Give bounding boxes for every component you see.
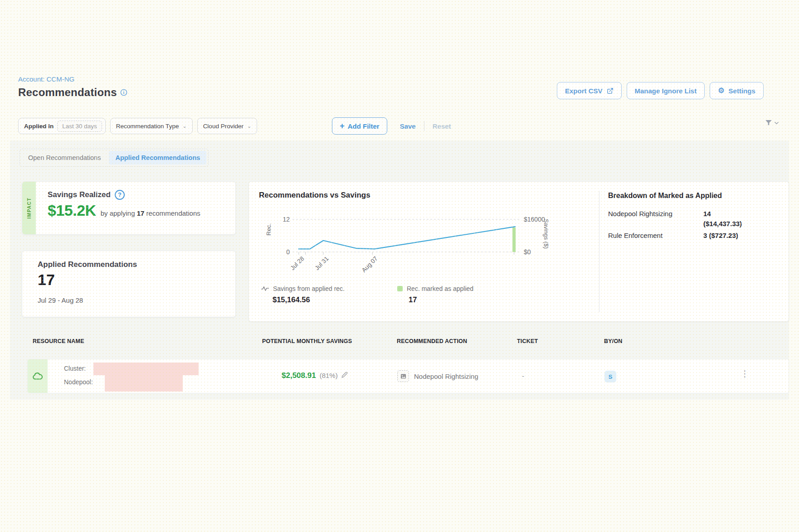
legend-marked-value: 17 <box>409 295 473 304</box>
plus-icon: + <box>340 122 345 130</box>
table-row[interactable]: Cluster: Nodepool: $2,508.91 (81%) Nodep… <box>27 359 789 393</box>
recommendations-tabs: Open Recommendations Applied Recommendat… <box>19 149 209 167</box>
col-header-resource-name: RESOURCE NAME <box>33 338 84 344</box>
ticket-value: - <box>522 372 524 380</box>
nodepool-icon <box>397 370 409 382</box>
impact-strip: IMPACT <box>22 182 36 234</box>
redacted-cluster-value <box>93 363 199 375</box>
filter-bar: Applied In Last 30 days Recommendation T… <box>18 117 451 135</box>
breakdown-title: Breakdown of Marked as Applied <box>608 192 722 200</box>
x-tick-label: Jul 31 <box>313 255 330 271</box>
savings-realized-desc: by applying 17 recommendations <box>101 209 200 217</box>
left-axis-label: Rec. <box>265 223 272 236</box>
filter-panel-toggle[interactable] <box>765 119 779 127</box>
savings-realized-title: Savings Realized <box>48 190 111 199</box>
chart-plot <box>292 216 519 257</box>
recommended-action-cell: Nodepool Rightsizing <box>397 370 478 382</box>
cluster-label: Cluster: <box>64 365 86 372</box>
funnel-icon <box>765 119 773 127</box>
savings-value: $2,508.91 <box>282 371 316 380</box>
redacted-nodepool-value <box>105 374 183 392</box>
right-axis-tick-16000: $16000 <box>524 216 545 223</box>
applied-in-label: Applied In <box>24 123 54 130</box>
info-icon[interactable] <box>120 89 127 96</box>
edit-savings-icon[interactable] <box>341 372 348 378</box>
help-icon[interactable]: ? <box>115 190 125 200</box>
breakdown-row-label: Rule Enforcement <box>608 232 663 239</box>
tab-applied-recommendations[interactable]: Applied Recommendations <box>109 151 206 164</box>
legend-marked-label: Rec. marked as applied <box>407 285 473 292</box>
legend-savings: Savings from applied rec. $15,164.56 <box>261 285 345 304</box>
add-filter-button[interactable]: + Add Filter <box>332 117 387 135</box>
right-axis-label: Savings ($) <box>543 219 550 255</box>
impact-strip-label: IMPACT <box>26 198 32 219</box>
applied-recommendations-card: Applied Recommendations 17 Jul 29 - Aug … <box>22 251 236 317</box>
save-filter-link[interactable]: Save <box>400 122 416 130</box>
x-tick-label: Aug 07 <box>361 255 379 274</box>
nodepool-label: Nodepool: <box>64 378 93 386</box>
applied-card-count: 17 <box>38 271 55 289</box>
desc-count: 17 <box>137 209 145 217</box>
breakdown-row-value: 14 <box>703 210 711 218</box>
export-csv-button[interactable]: Export CSV <box>557 82 622 99</box>
x-tick-label: Jul 28 <box>289 255 305 271</box>
left-axis-tick-12: 12 <box>275 216 290 223</box>
green-square-icon <box>397 286 403 291</box>
chevron-down-icon: ⌄ <box>182 124 186 129</box>
col-header-recommended-action: RECOMMENDED ACTION <box>397 338 467 344</box>
recommendation-type-filter[interactable]: Recommendation Type ⌄ <box>110 118 193 134</box>
chart-title: Recommendations vs Savings <box>259 191 370 200</box>
row-status-strip <box>28 359 48 393</box>
pulse-icon <box>261 286 269 291</box>
cloud-provider-label: Cloud Provider <box>203 123 244 130</box>
chart-bar <box>512 227 516 252</box>
filter-divider <box>424 121 424 131</box>
applied-in-value[interactable]: Last 30 days <box>57 121 102 132</box>
chart-line <box>299 227 515 249</box>
potential-savings-cell: $2,508.91 (81%) <box>282 371 348 380</box>
savings-realized-card: IMPACT Savings Realized ? $15.2K by appl… <box>22 181 236 235</box>
settings-label: Settings <box>729 87 755 95</box>
left-axis-tick-0: 0 <box>275 248 290 256</box>
chevron-down-icon: ⌄ <box>247 124 251 129</box>
applied-in-filter[interactable]: Applied In Last 30 days <box>18 118 106 134</box>
recommendations-page: Account: CCM-NG Recommendations Export C… <box>0 0 799 532</box>
row-menu-button[interactable]: ⋮ <box>738 369 752 378</box>
col-header-by-on: BY/ON <box>604 338 623 344</box>
tab-open-recommendations[interactable]: Open Recommendations <box>22 151 107 164</box>
manage-ignore-label: Manage Ignore List <box>635 87 697 95</box>
chart-card: Recommendations vs Savings 12 0 Rec. $16… <box>248 181 789 322</box>
by-on-avatar[interactable]: S <box>604 371 616 382</box>
legend-savings-value: $15,164.56 <box>273 295 345 304</box>
col-header-ticket: TICKET <box>517 338 538 344</box>
external-link-icon <box>607 87 614 94</box>
chart-axis-ticks <box>299 252 514 255</box>
col-header-potential-savings: POTENTIAL MONTHLY SAVINGS <box>262 338 352 344</box>
legend-marked-applied: Rec. marked as applied 17 <box>397 285 473 304</box>
breakdown-row-value: 3 ($727.23) <box>703 232 738 239</box>
desc-suffix: recommendations <box>146 209 200 217</box>
gear-icon: ⚙ <box>718 87 724 94</box>
right-axis-tick-0: $0 <box>524 248 531 256</box>
card-divider <box>599 191 599 312</box>
breakdown-row-value2: ($14,437.33) <box>703 220 742 227</box>
savings-realized-amount: $15.2K <box>48 202 96 219</box>
chevron-down-icon <box>774 121 779 126</box>
header-actions: Export CSV Manage Ignore List ⚙ Settings <box>557 82 764 99</box>
cloud-provider-filter[interactable]: Cloud Provider ⌄ <box>197 118 258 134</box>
breadcrumb[interactable]: Account: CCM-NG <box>18 75 74 83</box>
applied-card-title: Applied Recommendations <box>38 260 137 269</box>
settings-button[interactable]: ⚙ Settings <box>710 82 764 99</box>
breakdown-row-label: Nodepool Rightsizing <box>608 210 672 218</box>
page-title: Recommendations <box>18 86 117 99</box>
desc-prefix: by applying <box>101 209 135 217</box>
export-csv-label: Export CSV <box>565 87 603 95</box>
applied-card-date-range: Jul 29 - Aug 28 <box>38 296 83 304</box>
recommendation-type-label: Recommendation Type <box>116 123 179 130</box>
manage-ignore-list-button[interactable]: Manage Ignore List <box>627 82 705 99</box>
legend-savings-label: Savings from applied rec. <box>273 285 345 292</box>
cloud-icon <box>32 370 44 382</box>
reset-filter-link: Reset <box>433 122 451 130</box>
content-panel: Open Recommendations Applied Recommendat… <box>10 140 789 400</box>
add-filter-label: Add Filter <box>348 122 380 130</box>
